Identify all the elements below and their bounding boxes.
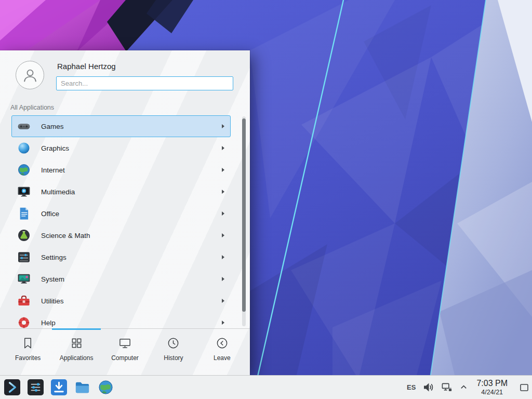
- submenu-arrow-icon: [222, 277, 224, 281]
- tab-computer[interactable]: Computer: [101, 329, 149, 375]
- flask-icon: [17, 229, 31, 242]
- tab-favorites[interactable]: Favorites: [4, 329, 52, 375]
- computer-icon: [118, 336, 132, 350]
- tab-label: Computer: [111, 354, 139, 362]
- graphics-orb-icon: [17, 141, 31, 155]
- expand-tray-icon[interactable]: [460, 383, 468, 391]
- clock-icon: [166, 336, 180, 350]
- submenu-arrow-icon: [222, 146, 224, 150]
- web-browser-icon[interactable]: [98, 379, 114, 395]
- launcher-tabbar: Favorites Applications: [0, 328, 250, 375]
- submenu-arrow-icon: [222, 299, 224, 303]
- app-category-list: Games Gr: [0, 115, 250, 328]
- tab-label: History: [164, 354, 183, 362]
- category-label: Science & Math: [41, 232, 90, 240]
- multimedia-monitor-icon: [17, 185, 31, 198]
- submenu-arrow-icon: [222, 233, 224, 237]
- clock-date: 4/24/21: [476, 389, 508, 396]
- scrollbar-thumb[interactable]: [242, 118, 246, 312]
- submenu-arrow-icon: [222, 124, 224, 128]
- category-office[interactable]: Office: [11, 203, 231, 224]
- category-label: Utilities: [41, 297, 64, 305]
- category-label: System: [41, 275, 64, 283]
- system-monitor-icon: [17, 272, 31, 286]
- gamepad-icon: [17, 119, 31, 133]
- clock-time: 7:03 PM: [476, 379, 508, 389]
- category-internet[interactable]: Internet: [11, 159, 231, 181]
- desktop[interactable]: Raphael Hertzog All Applications Games: [0, 0, 532, 399]
- tab-label: Leave: [214, 354, 231, 362]
- tab-history[interactable]: History: [149, 329, 197, 375]
- tab-leave[interactable]: Leave: [198, 329, 246, 375]
- search-input[interactable]: [56, 76, 233, 90]
- category-label: Multimedia: [41, 188, 75, 196]
- user-avatar[interactable]: [16, 61, 44, 89]
- category-system[interactable]: System: [11, 268, 231, 290]
- tab-label: Applications: [60, 354, 94, 362]
- kickoff-launcher-icon[interactable]: [4, 379, 20, 395]
- category-label: Internet: [41, 166, 65, 174]
- submenu-arrow-icon: [222, 255, 224, 259]
- category-games[interactable]: Games: [11, 115, 231, 137]
- leave-icon: [215, 336, 229, 350]
- grid-icon: [70, 336, 84, 350]
- help-icon: [17, 316, 31, 328]
- category-multimedia[interactable]: Multimedia: [11, 181, 231, 203]
- tab-label: Favorites: [15, 354, 41, 362]
- submenu-arrow-icon: [222, 211, 224, 216]
- network-icon[interactable]: [441, 381, 453, 393]
- category-label: Help: [41, 319, 56, 327]
- file-manager-icon[interactable]: [74, 379, 90, 395]
- category-label: Games: [41, 123, 64, 130]
- user-name: Raphael Hertzog: [57, 62, 116, 71]
- system-tray: ES: [407, 376, 532, 399]
- sliders-icon: [17, 250, 31, 264]
- toolbox-icon: [17, 294, 31, 308]
- category-label: Office: [41, 210, 59, 218]
- submenu-arrow-icon: [222, 190, 224, 194]
- tab-applications[interactable]: Applications: [52, 329, 100, 375]
- globe-icon: [17, 163, 31, 177]
- scrollbar-track[interactable]: [242, 116, 246, 326]
- show-desktop-button[interactable]: [516, 376, 532, 399]
- system-tweaks-icon[interactable]: [28, 379, 44, 395]
- volume-icon[interactable]: [422, 381, 434, 393]
- category-settings[interactable]: Settings: [11, 246, 231, 268]
- person-icon: [21, 66, 39, 84]
- digital-clock[interactable]: 7:03 PM 4/24/21: [476, 379, 508, 396]
- category-help[interactable]: Help: [11, 312, 231, 328]
- category-label: Settings: [41, 254, 66, 261]
- bookmark-icon: [21, 336, 35, 350]
- category-science-math[interactable]: Science & Math: [11, 224, 231, 246]
- taskbar: ES: [0, 375, 532, 399]
- category-graphics[interactable]: Graphics: [11, 137, 231, 159]
- section-label: All Applications: [10, 104, 54, 111]
- category-utilities[interactable]: Utilities: [11, 290, 231, 312]
- launcher-header: Raphael Hertzog: [0, 50, 250, 95]
- document-icon: [17, 207, 31, 220]
- category-label: Graphics: [41, 144, 69, 152]
- discover-icon[interactable]: [51, 379, 67, 395]
- show-desktop-icon: [519, 382, 529, 393]
- application-launcher-popup: Raphael Hertzog All Applications Games: [0, 50, 250, 375]
- submenu-arrow-icon: [222, 321, 224, 325]
- submenu-arrow-icon: [222, 168, 224, 172]
- keyboard-layout-indicator[interactable]: ES: [407, 383, 416, 391]
